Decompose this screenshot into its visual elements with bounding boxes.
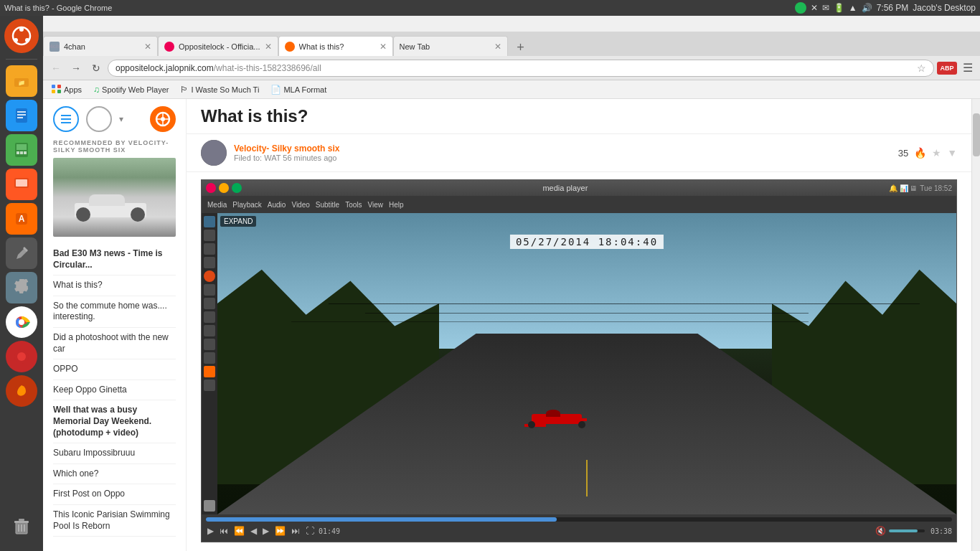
vlc-close-button[interactable] bbox=[206, 183, 216, 193]
vlc-sidebar-icon-1[interactable] bbox=[204, 216, 215, 227]
vlc-sidebar-icon-5[interactable] bbox=[204, 270, 215, 282]
ubuntu-logo-icon[interactable] bbox=[4, 19, 39, 53]
sidebar-link-parisian[interactable]: This Iconic Parisian Swimming Pool Is Re… bbox=[53, 505, 176, 537]
tab-4chan-label: 4chan bbox=[64, 42, 85, 51]
vlc-sidebar-icon-11[interactable] bbox=[204, 352, 215, 364]
tools-icon[interactable] bbox=[6, 237, 37, 269]
car-cockpit bbox=[546, 410, 560, 417]
sidebar-link-oppo[interactable]: OPPO bbox=[53, 359, 176, 380]
fire-icon[interactable]: 🔥 bbox=[914, 147, 926, 159]
vlc-prev-button[interactable]: ⏮ bbox=[218, 526, 230, 536]
tab-wat[interactable]: What is this? ✕ bbox=[278, 36, 393, 56]
vlc-fwd-button[interactable]: ⏩ bbox=[273, 526, 287, 536]
sidebar-link-whichone[interactable]: Which one? bbox=[53, 464, 176, 485]
red-circle-icon[interactable] bbox=[6, 341, 37, 372]
star-icon[interactable]: ★ bbox=[932, 147, 941, 159]
vlc-fast-button[interactable]: ▶ bbox=[261, 526, 270, 536]
writer-icon[interactable] bbox=[6, 100, 37, 131]
vlc-mute-icon[interactable]: 🔇 bbox=[875, 526, 886, 536]
tab-wat-close[interactable]: ✕ bbox=[380, 42, 387, 52]
tab-4chan-close[interactable]: ✕ bbox=[144, 42, 151, 52]
vlc-sidebar-icon-10[interactable] bbox=[204, 339, 215, 350]
firefox-icon[interactable] bbox=[6, 375, 37, 407]
bookmark-apps[interactable]: Apps bbox=[47, 83, 86, 96]
scrollbar-thumb[interactable] bbox=[973, 113, 980, 156]
bookmark-mla[interactable]: 📄 MLA Format bbox=[266, 83, 331, 96]
vlc-next-button[interactable]: ⏭ bbox=[290, 526, 301, 536]
files-icon[interactable]: 📁 bbox=[6, 65, 37, 97]
vlc-maximize-button[interactable] bbox=[232, 183, 242, 193]
vlc-menu-tools[interactable]: Tools bbox=[342, 201, 364, 209]
vlc-sidebar-icon-13[interactable] bbox=[204, 380, 215, 391]
bookmark-star-icon[interactable]: ☆ bbox=[917, 62, 926, 74]
sidebar-link-ginetta[interactable]: Keep Oppo Ginetta bbox=[53, 380, 176, 401]
more-icon[interactable]: ▼ bbox=[947, 147, 957, 159]
page-scrollbar[interactable] bbox=[971, 99, 980, 551]
vlc-sidebar-icon-4[interactable] bbox=[204, 257, 215, 268]
forward-button[interactable]: → bbox=[67, 60, 85, 77]
apps-dot-2 bbox=[57, 85, 61, 88]
tab-oppo-close[interactable]: ✕ bbox=[265, 42, 272, 52]
h-line-2 bbox=[61, 118, 71, 120]
trash-icon[interactable] bbox=[6, 511, 37, 542]
search-circle-button[interactable] bbox=[86, 106, 112, 132]
vlc-sidebar-icon-12[interactable] bbox=[204, 366, 215, 377]
vlc-expand-button[interactable]: EXPAND bbox=[220, 216, 256, 227]
sidebar-link-subaru[interactable]: Subaru Impossibruuu bbox=[53, 443, 176, 464]
calc-icon[interactable] bbox=[6, 134, 37, 166]
vlc-menu-media[interactable]: Media bbox=[204, 201, 230, 209]
vlc-sidebar-icon-9[interactable] bbox=[204, 325, 215, 336]
vlc-menu-video[interactable]: Video bbox=[288, 201, 312, 209]
tab-newtab-close[interactable]: ✕ bbox=[494, 42, 501, 52]
svg-rect-12 bbox=[17, 144, 27, 150]
vlc-menu-help[interactable]: Help bbox=[386, 201, 407, 209]
settings-icon[interactable] bbox=[6, 272, 37, 303]
jalopnik-logo[interactable] bbox=[150, 106, 176, 132]
vlc-menu-view[interactable]: View bbox=[365, 201, 387, 209]
vlc-slow-button[interactable]: ◀ bbox=[249, 526, 258, 536]
svg-rect-28 bbox=[19, 519, 24, 521]
sidebar-link-e30[interactable]: Bad E30 M3 news - Time is Circular... bbox=[53, 244, 176, 276]
vlc-sidebar-icon-7[interactable] bbox=[204, 298, 215, 309]
vlc-rew-button[interactable]: ⏪ bbox=[232, 526, 246, 536]
vlc-sidebar-icon-8[interactable] bbox=[204, 311, 215, 323]
new-tab-button[interactable]: + bbox=[511, 39, 531, 56]
vlc-sidebar-dvd-icon[interactable] bbox=[204, 500, 215, 512]
bookmark-spotify[interactable]: ♫ Spotify Web Player bbox=[89, 83, 173, 96]
vlc-sidebar-icon-6[interactable] bbox=[204, 284, 215, 296]
vlc-menu-playback[interactable]: Playback bbox=[230, 201, 265, 209]
vlc-volume-bar[interactable] bbox=[889, 529, 925, 532]
vlc-video-area[interactable]: EXPAND 05/27/2014 18:04:40 bbox=[217, 213, 956, 514]
vlc-fullscreen-button[interactable]: ⛶ bbox=[304, 526, 316, 536]
bookmark-waste[interactable]: 🏳 I Waste So Much Ti bbox=[176, 83, 263, 96]
sidebar-link-memorial[interactable]: Well that was a busy Memorial Day Weeken… bbox=[53, 400, 176, 443]
vlc-minimize-button[interactable] bbox=[219, 183, 229, 193]
sidebar-link-what[interactable]: What is this? bbox=[53, 276, 176, 296]
back-button[interactable]: ← bbox=[47, 60, 65, 77]
vlc-sidebar-icon-3[interactable] bbox=[204, 243, 215, 255]
author-name[interactable]: Velocity- Silky smooth six bbox=[234, 143, 891, 154]
dropdown-arrow-icon[interactable]: ▾ bbox=[119, 114, 123, 124]
chrome-menu-button[interactable]: ☰ bbox=[960, 61, 976, 75]
sidebar-link-photoshoot[interactable]: Did a photoshoot with the new car bbox=[53, 328, 176, 359]
sidebar-link-firstpost[interactable]: First Post on Oppo bbox=[53, 484, 176, 505]
hamburger-button[interactable] bbox=[53, 106, 79, 132]
vlc-sidebar-icon-2[interactable] bbox=[204, 230, 215, 241]
tab-oppo[interactable]: Oppositelock - Officia... ✕ bbox=[158, 36, 278, 56]
adblock-button[interactable]: ABP bbox=[937, 62, 957, 75]
url-bar[interactable]: oppositelock.jalopnik.com /what-is-this-… bbox=[108, 60, 934, 77]
vlc-progress-bar[interactable] bbox=[206, 517, 952, 522]
vlc-menu-subtitle[interactable]: Subtitle bbox=[313, 201, 342, 209]
vlc-player: media player 🔔 📊 🖥 Tue 18:52 Media Playb… bbox=[201, 179, 957, 542]
reload-button[interactable]: ↻ bbox=[88, 60, 105, 77]
main-content[interactable]: What is this? Velocity- Silky smooth six… bbox=[187, 99, 971, 551]
vlc-play-button[interactable]: ▶ bbox=[206, 526, 215, 536]
orange-app-icon[interactable]: A bbox=[6, 203, 37, 235]
tab-4chan[interactable]: 4ch 4chan ✕ bbox=[43, 36, 158, 56]
vlc-menu-audio[interactable]: Audio bbox=[265, 201, 289, 209]
tab-newtab[interactable]: New Tab ✕ bbox=[393, 36, 508, 56]
sidebar-link-commute[interactable]: So the commute home was.... interesting. bbox=[53, 296, 176, 328]
svg-rect-8 bbox=[17, 111, 26, 113]
impress-icon[interactable] bbox=[6, 169, 37, 200]
chrome-icon[interactable] bbox=[6, 306, 37, 338]
